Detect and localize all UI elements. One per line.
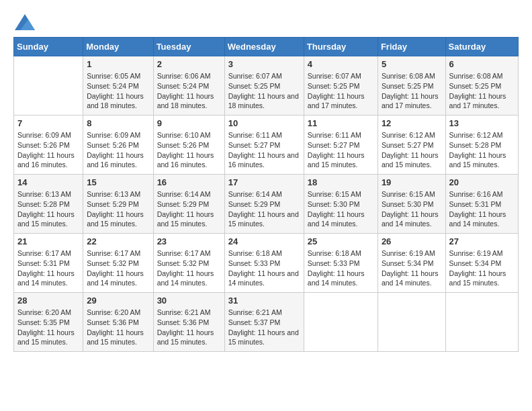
day-info: Sunrise: 6:14 AMSunset: 5:29 PMDaylight:… bbox=[157, 189, 221, 229]
calendar-cell: 10Sunrise: 6:11 AMSunset: 5:27 PMDayligh… bbox=[224, 116, 304, 175]
day-number: 30 bbox=[157, 295, 221, 306]
day-number: 17 bbox=[228, 177, 300, 187]
calendar-cell: 17Sunrise: 6:14 AMSunset: 5:29 PMDayligh… bbox=[224, 175, 304, 234]
calendar-week-row: 28Sunrise: 6:20 AMSunset: 5:35 PMDayligh… bbox=[14, 293, 519, 352]
day-info: Sunrise: 6:18 AMSunset: 5:33 PMDaylight:… bbox=[228, 248, 300, 288]
calendar-week-row: 14Sunrise: 6:13 AMSunset: 5:28 PMDayligh… bbox=[14, 175, 519, 234]
calendar-cell: 8Sunrise: 6:09 AMSunset: 5:26 PMDaylight… bbox=[83, 116, 153, 175]
day-number: 11 bbox=[308, 118, 374, 128]
calendar-week-row: 1Sunrise: 6:05 AMSunset: 5:24 PMDaylight… bbox=[14, 56, 519, 116]
calendar-cell: 6Sunrise: 6:08 AMSunset: 5:25 PMDaylight… bbox=[445, 56, 518, 116]
calendar-cell: 29Sunrise: 6:20 AMSunset: 5:36 PMDayligh… bbox=[83, 293, 153, 352]
weekday-header-saturday: Saturday bbox=[445, 38, 518, 56]
day-number: 21 bbox=[17, 236, 79, 246]
calendar-cell: 20Sunrise: 6:16 AMSunset: 5:31 PMDayligh… bbox=[445, 175, 518, 234]
day-number: 19 bbox=[382, 177, 442, 187]
day-number: 22 bbox=[87, 236, 149, 246]
day-number: 28 bbox=[17, 295, 79, 306]
calendar-week-row: 7Sunrise: 6:09 AMSunset: 5:26 PMDaylight… bbox=[14, 116, 519, 175]
day-info: Sunrise: 6:15 AMSunset: 5:30 PMDaylight:… bbox=[382, 189, 442, 229]
weekday-header-monday: Monday bbox=[83, 38, 153, 56]
day-number: 16 bbox=[157, 177, 221, 187]
calendar-cell: 3Sunrise: 6:07 AMSunset: 5:25 PMDaylight… bbox=[224, 56, 304, 116]
day-number: 10 bbox=[228, 118, 300, 128]
calendar-cell: 13Sunrise: 6:12 AMSunset: 5:28 PMDayligh… bbox=[445, 116, 518, 175]
calendar-cell: 9Sunrise: 6:10 AMSunset: 5:26 PMDaylight… bbox=[153, 116, 224, 175]
day-info: Sunrise: 6:12 AMSunset: 5:27 PMDaylight:… bbox=[382, 130, 442, 170]
day-info: Sunrise: 6:17 AMSunset: 5:32 PMDaylight:… bbox=[157, 248, 221, 288]
day-number: 23 bbox=[157, 236, 221, 246]
day-info: Sunrise: 6:10 AMSunset: 5:26 PMDaylight:… bbox=[157, 130, 221, 170]
day-number: 9 bbox=[157, 118, 221, 128]
day-info: Sunrise: 6:21 AMSunset: 5:37 PMDaylight:… bbox=[228, 308, 300, 347]
day-info: Sunrise: 6:08 AMSunset: 5:25 PMDaylight:… bbox=[382, 71, 442, 111]
day-number: 6 bbox=[449, 59, 515, 69]
weekday-header-thursday: Thursday bbox=[304, 38, 378, 56]
calendar-cell: 31Sunrise: 6:21 AMSunset: 5:37 PMDayligh… bbox=[224, 293, 304, 352]
day-number: 14 bbox=[17, 177, 79, 187]
calendar-cell: 14Sunrise: 6:13 AMSunset: 5:28 PMDayligh… bbox=[14, 175, 83, 234]
page-header bbox=[13, 13, 519, 30]
calendar-cell: 11Sunrise: 6:11 AMSunset: 5:27 PMDayligh… bbox=[304, 116, 378, 175]
day-info: Sunrise: 6:14 AMSunset: 5:29 PMDaylight:… bbox=[228, 189, 300, 229]
day-info: Sunrise: 6:07 AMSunset: 5:25 PMDaylight:… bbox=[228, 71, 300, 111]
day-info: Sunrise: 6:17 AMSunset: 5:32 PMDaylight:… bbox=[87, 248, 149, 288]
day-number: 3 bbox=[228, 59, 300, 69]
day-info: Sunrise: 6:06 AMSunset: 5:24 PMDaylight:… bbox=[157, 71, 221, 111]
day-number: 20 bbox=[449, 177, 515, 187]
day-info: Sunrise: 6:21 AMSunset: 5:36 PMDaylight:… bbox=[157, 308, 221, 347]
day-info: Sunrise: 6:18 AMSunset: 5:33 PMDaylight:… bbox=[308, 248, 374, 288]
day-info: Sunrise: 6:11 AMSunset: 5:27 PMDaylight:… bbox=[228, 130, 300, 170]
day-info: Sunrise: 6:11 AMSunset: 5:27 PMDaylight:… bbox=[308, 130, 374, 170]
weekday-header-row: SundayMondayTuesdayWednesdayThursdayFrid… bbox=[14, 38, 519, 56]
day-info: Sunrise: 6:17 AMSunset: 5:31 PMDaylight:… bbox=[17, 248, 79, 288]
calendar-cell: 5Sunrise: 6:08 AMSunset: 5:25 PMDaylight… bbox=[378, 56, 445, 116]
calendar-cell bbox=[378, 293, 445, 352]
day-info: Sunrise: 6:19 AMSunset: 5:34 PMDaylight:… bbox=[382, 248, 442, 288]
calendar-cell: 24Sunrise: 6:18 AMSunset: 5:33 PMDayligh… bbox=[224, 234, 304, 293]
calendar-table: SundayMondayTuesdayWednesdayThursdayFrid… bbox=[13, 37, 519, 352]
calendar-cell: 28Sunrise: 6:20 AMSunset: 5:35 PMDayligh… bbox=[14, 293, 83, 352]
calendar-cell: 26Sunrise: 6:19 AMSunset: 5:34 PMDayligh… bbox=[378, 234, 445, 293]
day-info: Sunrise: 6:12 AMSunset: 5:28 PMDaylight:… bbox=[449, 130, 515, 170]
day-number: 7 bbox=[17, 118, 79, 128]
calendar-cell: 19Sunrise: 6:15 AMSunset: 5:30 PMDayligh… bbox=[378, 175, 445, 234]
calendar-cell: 25Sunrise: 6:18 AMSunset: 5:33 PMDayligh… bbox=[304, 234, 378, 293]
calendar-cell: 12Sunrise: 6:12 AMSunset: 5:27 PMDayligh… bbox=[378, 116, 445, 175]
day-number: 2 bbox=[157, 59, 221, 69]
day-info: Sunrise: 6:20 AMSunset: 5:35 PMDaylight:… bbox=[17, 308, 79, 347]
day-number: 5 bbox=[382, 59, 442, 69]
day-number: 25 bbox=[308, 236, 374, 246]
day-info: Sunrise: 6:05 AMSunset: 5:24 PMDaylight:… bbox=[87, 71, 149, 111]
calendar-cell bbox=[14, 56, 83, 116]
weekday-header-sunday: Sunday bbox=[14, 38, 83, 56]
weekday-header-wednesday: Wednesday bbox=[224, 38, 304, 56]
calendar-cell: 27Sunrise: 6:19 AMSunset: 5:34 PMDayligh… bbox=[445, 234, 518, 293]
day-info: Sunrise: 6:07 AMSunset: 5:25 PMDaylight:… bbox=[308, 71, 374, 111]
calendar-cell bbox=[445, 293, 518, 352]
day-number: 4 bbox=[308, 59, 374, 69]
day-info: Sunrise: 6:19 AMSunset: 5:34 PMDaylight:… bbox=[449, 248, 515, 288]
calendar-cell: 15Sunrise: 6:13 AMSunset: 5:29 PMDayligh… bbox=[83, 175, 153, 234]
calendar-cell: 30Sunrise: 6:21 AMSunset: 5:36 PMDayligh… bbox=[153, 293, 224, 352]
calendar-cell: 2Sunrise: 6:06 AMSunset: 5:24 PMDaylight… bbox=[153, 56, 224, 116]
calendar-cell: 16Sunrise: 6:14 AMSunset: 5:29 PMDayligh… bbox=[153, 175, 224, 234]
calendar-cell: 1Sunrise: 6:05 AMSunset: 5:24 PMDaylight… bbox=[83, 56, 153, 116]
day-info: Sunrise: 6:09 AMSunset: 5:26 PMDaylight:… bbox=[17, 130, 79, 170]
weekday-header-friday: Friday bbox=[378, 38, 445, 56]
day-number: 24 bbox=[228, 236, 300, 246]
calendar-cell: 18Sunrise: 6:15 AMSunset: 5:30 PMDayligh… bbox=[304, 175, 378, 234]
calendar-cell: 22Sunrise: 6:17 AMSunset: 5:32 PMDayligh… bbox=[83, 234, 153, 293]
logo bbox=[13, 13, 35, 30]
day-info: Sunrise: 6:09 AMSunset: 5:26 PMDaylight:… bbox=[87, 130, 149, 170]
day-info: Sunrise: 6:08 AMSunset: 5:25 PMDaylight:… bbox=[449, 71, 515, 111]
day-number: 18 bbox=[308, 177, 374, 187]
day-info: Sunrise: 6:13 AMSunset: 5:28 PMDaylight:… bbox=[17, 189, 79, 229]
day-info: Sunrise: 6:13 AMSunset: 5:29 PMDaylight:… bbox=[87, 189, 149, 229]
day-number: 12 bbox=[382, 118, 442, 128]
calendar-cell: 23Sunrise: 6:17 AMSunset: 5:32 PMDayligh… bbox=[153, 234, 224, 293]
day-number: 15 bbox=[87, 177, 149, 187]
calendar-cell bbox=[304, 293, 378, 352]
day-info: Sunrise: 6:15 AMSunset: 5:30 PMDaylight:… bbox=[308, 189, 374, 229]
day-number: 13 bbox=[449, 118, 515, 128]
